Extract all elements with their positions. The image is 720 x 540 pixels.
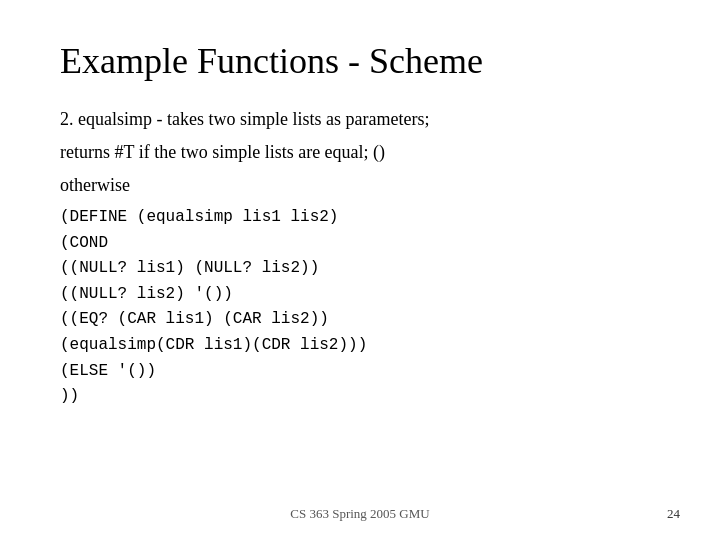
description-line3: otherwise (60, 172, 660, 199)
slide-content: 2. equalsimp - takes two simple lists as… (60, 106, 660, 410)
code-line-6: (equalsimp(CDR lis1)(CDR lis2))) (60, 333, 660, 359)
slide-footer: CS 363 Spring 2005 GMU (0, 506, 720, 522)
slide-title: Example Functions - Scheme (60, 40, 660, 82)
code-line-7: (ELSE '()) (60, 359, 660, 385)
code-line-4: ((NULL? lis2) '()) (60, 282, 660, 308)
description-line2: returns #T if the two simple lists are e… (60, 139, 660, 166)
code-line-5: ((EQ? (CAR lis1) (CAR lis2)) (60, 307, 660, 333)
slide: Example Functions - Scheme 2. equalsimp … (0, 0, 720, 540)
code-line-8: )) (60, 384, 660, 410)
page-number: 24 (667, 506, 680, 522)
code-block: (DEFINE (equalsimp lis1 lis2) (COND ((NU… (60, 205, 660, 410)
code-line-2: (COND (60, 231, 660, 257)
description-line1: 2. equalsimp - takes two simple lists as… (60, 106, 660, 133)
code-line-1: (DEFINE (equalsimp lis1 lis2) (60, 205, 660, 231)
code-line-3: ((NULL? lis1) (NULL? lis2)) (60, 256, 660, 282)
